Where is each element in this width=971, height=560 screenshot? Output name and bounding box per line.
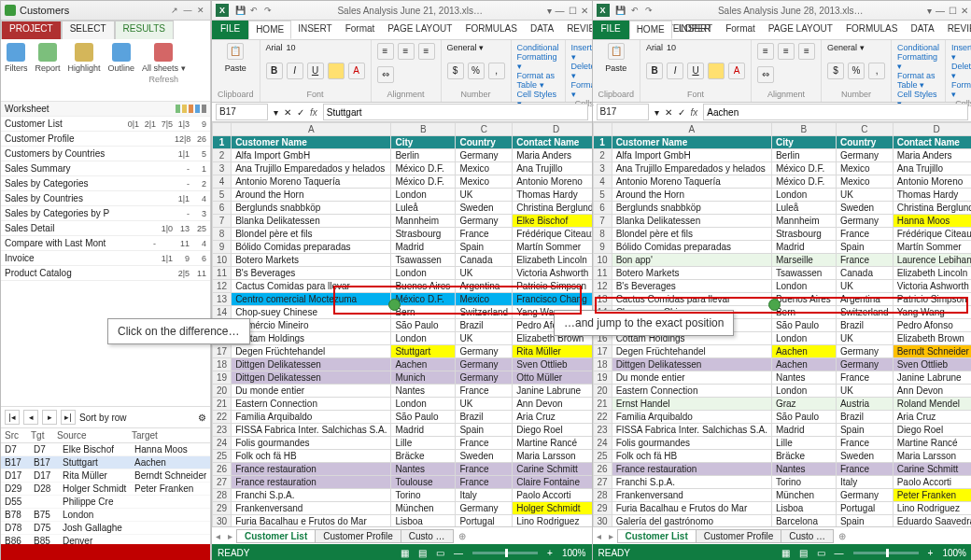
table-row[interactable]: 16Cottam HoldingsLondonUKElizabeth Brown [213, 332, 592, 345]
ribbon-collapse-button[interactable]: ▾ [547, 6, 552, 16]
table-row[interactable]: 21Eastern ConnectionLondonUKAnn Devon [213, 398, 592, 411]
fill-color-button[interactable] [708, 63, 725, 79]
table-row[interactable]: 23FISSA Fabrica Inter. Salchichas S.A.Ma… [593, 424, 971, 437]
table-row[interactable]: 13Cactus Comidas para llevarBuenos Aires… [593, 293, 971, 306]
currency-button[interactable]: $ [447, 63, 464, 79]
table-row[interactable]: 19Du monde entierNantesFranceJanine Labr… [593, 371, 971, 385]
table-row[interactable]: 27France restaurationToulouseFranceClair… [213, 476, 592, 489]
ribbon-tab-home[interactable]: HOME [248, 21, 291, 39]
insert-button[interactable]: Insert ▾ [951, 43, 971, 62]
ribbon-tab-format[interactable]: Format [719, 21, 762, 39]
number-format[interactable]: General ▾ [447, 43, 485, 52]
formula-input[interactable] [323, 104, 588, 120]
view-break-icon[interactable]: ▭ [817, 548, 825, 558]
fx-cancel[interactable]: ✕ [284, 107, 291, 118]
ribbon-tab-home[interactable]: HOME [629, 21, 672, 39]
win-close-button[interactable]: ✕ [961, 6, 968, 16]
win-min-button[interactable]: — [556, 6, 565, 16]
ribbon-collapse-button[interactable]: ▾ [927, 6, 932, 16]
align-right-button[interactable]: ≡ [798, 43, 815, 60]
diff-row[interactable]: D55Philippe Cre [1, 496, 210, 509]
zoom-slider[interactable] [853, 552, 919, 554]
table-row[interactable]: 6Berglunds snabbköpLuleåSwedenChristina … [593, 202, 971, 215]
ribbon-tab-formulas[interactable]: FORMULAS [839, 21, 905, 39]
diff-row[interactable]: D78D75Josh Gallaghe [1, 522, 210, 535]
ribbon-tab-review[interactable]: REVIEW [941, 21, 971, 39]
new-sheet-button[interactable]: ⊕ [833, 531, 851, 541]
format-as-table-button[interactable]: Format as Table ▾ [517, 71, 559, 90]
comma-button[interactable]: , [868, 63, 885, 79]
table-row[interactable]: 24Folis gourmandesLilleFranceMartine Ran… [593, 437, 971, 450]
diff-row[interactable]: B78B75London [1, 509, 210, 522]
table-row[interactable]: 26France restaurationNantesFranceCarine … [213, 463, 592, 476]
table-row[interactable]: 29FrankenversandMünchenGermanyHolger Sch… [213, 502, 592, 515]
conditional-formatting-button[interactable]: Conditional Formatting ▾ [517, 43, 559, 71]
table-row[interactable]: 5Around the HornLondonUKThomas Hardy(250… [593, 189, 971, 202]
zoom-slider[interactable] [472, 552, 538, 554]
table-row[interactable]: 8Blondel père et filsStrasbourgFranceFré… [593, 228, 971, 241]
table-row[interactable]: 12Cactus Comidas para llevarBuenos Aires… [213, 280, 592, 293]
table-row[interactable]: 14Chop-suey ChineseBernSwitzerlandYang W… [213, 306, 592, 319]
tab-project[interactable]: PROJECT [1, 21, 62, 39]
table-row[interactable]: 30Furia Bacalhau e Frutos do MarLisboaPo… [213, 515, 592, 527]
ribbon-tab-page layout[interactable]: PAGE LAYOUT [762, 21, 839, 39]
zoom-level[interactable]: 100% [942, 548, 966, 558]
paste-button[interactable]: 📋 [608, 43, 625, 60]
fill-color-button[interactable] [328, 63, 345, 79]
font-name[interactable]: Arial [646, 43, 663, 52]
sheet-tab[interactable]: Customer List [617, 529, 697, 543]
sheet-nav-next[interactable]: ▸ [224, 531, 236, 541]
table-row[interactable]: 17Degen FrüchtehandelAachenGermanyBerndt… [593, 345, 971, 358]
table-row[interactable]: 13Centro comercial MoctezumaMéxico D.F.M… [213, 293, 592, 306]
worksheet-row[interactable]: Product Catalog2|511 [1, 266, 210, 281]
table-row[interactable]: 18Dittgen DelikatessenAachenGermanySven … [213, 358, 592, 371]
sheet-tab[interactable]: Custo … [401, 529, 454, 543]
fx-enter[interactable]: ✓ [678, 107, 685, 118]
align-center-button[interactable]: ≡ [778, 43, 795, 60]
number-format[interactable]: General ▾ [827, 43, 865, 52]
ribbon-tab-insert[interactable]: INSERT [291, 21, 339, 39]
worksheet-row[interactable]: Sales by Categories by P-3 [1, 206, 210, 221]
table-row[interactable]: 3Ana Trujillo Emparedados y heladosMéxic… [213, 162, 592, 175]
worksheet-row[interactable]: Customers by Countries1|15 [1, 147, 210, 161]
zoom-out-button[interactable]: — [454, 548, 463, 558]
table-row[interactable]: 28FrankenversandMünchenGermanyPeter Fran… [593, 489, 971, 502]
nav-next[interactable]: ▸ [42, 410, 57, 425]
ribbon-tab-file[interactable]: FILE [212, 21, 248, 39]
win-max-button[interactable]: ☐ [949, 6, 957, 16]
table-row[interactable]: 28Franchi S.p.A.TorinoItalyPaolo Accorti [213, 489, 592, 502]
fx-cancel[interactable]: ✕ [665, 107, 672, 118]
sheet-tab[interactable]: Customer Profile [315, 529, 401, 543]
table-row[interactable]: 29Furia Bacalhau e Frutos do MarLisboaPo… [593, 502, 971, 515]
table-row[interactable]: 26France restaurationNantesFranceCarine … [593, 463, 971, 476]
table-row[interactable]: 4Antonio Moreno TaqueríaMéxico D.F.Mexic… [593, 175, 971, 189]
table-row[interactable]: 11Botero MarketsTsawassenCanadaElizabeth… [593, 267, 971, 280]
table-row[interactable]: 20Eastern ConnectionLondonUKAnn Devon [593, 385, 971, 398]
conditional-formatting-button[interactable]: Conditional Formatting ▾ [897, 43, 939, 71]
ribbon-tab-page layout[interactable]: PAGE LAYOUT [381, 21, 458, 39]
table-row[interactable]: 9Bólido Comidas preparadasMadridSpainMar… [593, 241, 971, 254]
grid[interactable]: ABCDE1Customer NameCityCountryContact Na… [212, 122, 592, 526]
pop-out-button[interactable]: ↗ [169, 5, 180, 16]
table-row[interactable]: 24Folis gourmandesLilleFranceMartine Ran… [213, 437, 592, 450]
col-header-C[interactable]: C [836, 123, 893, 136]
col-header-C[interactable]: C [456, 123, 513, 136]
format-as-table-button[interactable]: Format as Table ▾ [897, 71, 939, 90]
nav-last[interactable]: ▸| [61, 410, 76, 425]
diff-row[interactable]: D7D7Elke BischofHanna Moos [1, 443, 210, 456]
nav-prev[interactable]: ◂ [23, 410, 38, 425]
table-row[interactable]: 7Blanka DelikatessenMannheimGermanyHanna… [593, 215, 971, 228]
col-header-A[interactable]: A [232, 123, 391, 136]
col-header-A[interactable]: A [612, 123, 771, 136]
col-header-D[interactable]: D [893, 123, 971, 136]
col-header-D[interactable]: D [513, 123, 592, 136]
worksheet-row[interactable]: Customer Profile12|826 [1, 132, 210, 147]
name-box[interactable]: B17 [597, 104, 649, 120]
col-header-B[interactable]: B [771, 123, 836, 136]
ribbon-tab-insert[interactable]: INSERT [672, 21, 720, 39]
currency-button[interactable]: $ [827, 63, 844, 79]
align-left-button[interactable]: ≡ [377, 43, 394, 60]
font-color-button[interactable]: A [348, 63, 365, 79]
col-header-B[interactable]: B [391, 123, 456, 136]
win-max-button[interactable]: ☐ [569, 6, 577, 16]
